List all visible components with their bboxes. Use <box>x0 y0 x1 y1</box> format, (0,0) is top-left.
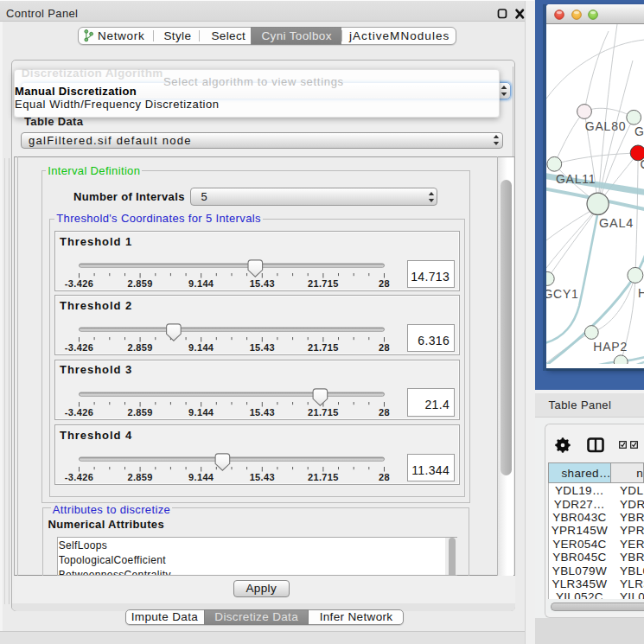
svg-text:28: 28 <box>379 407 390 418</box>
svg-text:21.715: 21.715 <box>308 472 339 482</box>
svg-text:C: C <box>640 157 644 171</box>
svg-text:9.144: 9.144 <box>188 407 214 418</box>
svg-text:GA: GA <box>634 124 644 138</box>
svg-text:2.859: 2.859 <box>127 472 152 482</box>
svg-text:-3.426: -3.426 <box>64 407 92 418</box>
svg-text:9.144: 9.144 <box>188 472 214 482</box>
svg-text:15.43: 15.43 <box>249 278 274 289</box>
svg-text:2.859: 2.859 <box>127 342 152 353</box>
svg-text:GAL4: GAL4 <box>598 216 633 230</box>
svg-text:15.43: 15.43 <box>249 472 274 482</box>
svg-text:28: 28 <box>379 278 390 289</box>
svg-text:GCY1: GCY1 <box>543 287 578 301</box>
svg-text:HAP2: HAP2 <box>593 339 628 353</box>
svg-text:H: H <box>638 286 644 300</box>
svg-text:9.144: 9.144 <box>188 342 214 353</box>
svg-text:GAL80: GAL80 <box>584 119 626 133</box>
svg-text:21.715: 21.715 <box>308 342 339 353</box>
svg-text:15.43: 15.43 <box>249 342 274 353</box>
svg-text:28: 28 <box>379 342 390 353</box>
svg-text:28: 28 <box>379 472 390 482</box>
svg-text:-3.426: -3.426 <box>64 472 92 482</box>
svg-text:-3.426: -3.426 <box>64 278 92 289</box>
svg-text:21.715: 21.715 <box>308 407 339 418</box>
svg-text:2.859: 2.859 <box>127 278 152 289</box>
svg-text:21.715: 21.715 <box>308 278 339 289</box>
svg-text:9.144: 9.144 <box>188 278 214 289</box>
svg-text:GAL11: GAL11 <box>555 172 595 186</box>
svg-text:15.43: 15.43 <box>249 407 274 418</box>
svg-text:-3.426: -3.426 <box>64 342 92 353</box>
svg-text:2.859: 2.859 <box>127 407 152 418</box>
